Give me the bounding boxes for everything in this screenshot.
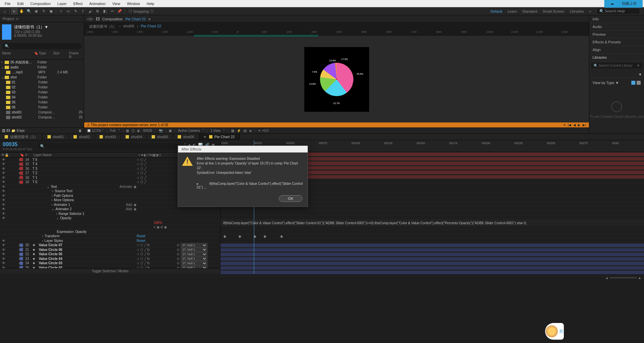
timeline-row[interactable]: 👁›20★ Value Circle 07⊹ ⬡ ╱ fx⊙ 27. Null … [0,243,220,248]
timeline-tab[interactable]: shot02 [69,134,95,140]
error-next-icon[interactable]: ▶ [578,123,581,127]
grid-view-icon[interactable] [631,81,635,85]
project-item[interactable]: shot01Composi…25 [0,110,84,115]
pen-tool-icon[interactable]: ✎ [72,8,79,15]
roto-tool-icon[interactable]: ✂ [109,8,116,15]
timeline-row[interactable]: 👁›24★ Value Circle 03⊹ ⬡ ╱ fx⊙ 27. Null … [0,261,220,266]
timeline-tab[interactable]: shot05 [147,134,173,140]
anchor-tool-icon[interactable]: ⊹ [57,8,64,15]
project-item[interactable]: ›06Folder [0,105,84,110]
workspace-default[interactable]: Default [491,9,502,13]
timeline-row[interactable]: ›TransformReset [0,234,220,239]
menu-layer[interactable]: Layer [54,1,70,7]
crumb-current[interactable]: Pie Chart 22 [141,24,161,29]
panel-align[interactable]: Align [589,46,644,54]
timeline-row[interactable]: 👁›25★ Value Circle 02⊹ ⬡ ╱ fx⊙ 27. Null … [0,266,220,268]
clone-tool-icon[interactable]: ⧉ [94,8,101,15]
workspace-learn[interactable]: Learn [507,9,517,13]
menu-edit[interactable]: Edit [14,1,27,7]
comp-tab-name[interactable]: Pie Chart 22 [125,17,146,21]
zoom-dropdown[interactable]: 🔲 12.5% ˅ [87,129,104,132]
project-item[interactable]: ›05Folder [0,100,84,105]
timeline-tab[interactable]: shot01 [43,134,69,140]
timeline-row[interactable]: 👁›21★ Value Circle 06⊹ ⬡ ╱ fx⊙ 27. Null … [0,248,220,252]
resolution-dropdown[interactable]: Full [110,129,116,132]
eraser-tool-icon[interactable]: ◧ [102,8,108,15]
menu-animation[interactable]: Animation [86,1,109,7]
project-item[interactable]: ›02Folder [0,85,84,90]
workspace-smallscreen[interactable]: Small Screen [542,9,564,13]
new-comp-icon[interactable]: 🎞 [7,129,10,132]
timeline-tab[interactable]: × Pie Chart 22 [199,134,240,140]
camera-tool-icon[interactable]: ▣ [48,8,54,15]
menu-file[interactable]: File [1,1,14,7]
fast-preview-icon[interactable]: ⚡ [237,129,241,132]
search-help-input[interactable]: 🔍 Search Help [597,8,640,14]
menu-composition[interactable]: Composition [27,1,54,7]
panel-info[interactable]: Info [589,15,644,23]
crumb-shot[interactable]: shot06 [123,24,134,29]
trash-icon[interactable]: 🗑 [78,129,82,132]
selection-tool-icon[interactable]: ▸ [11,8,18,15]
library-search-input[interactable]: 🔍 Search Current Library ▼ [591,63,642,68]
workspace-menu-icon[interactable]: » [589,9,591,13]
sync-upload-badge[interactable]: ☁ 拍摄上传 [604,0,643,8]
camera-dropdown[interactable]: Active Camera [178,129,200,132]
interpret-icon[interactable]: 🖼 [2,129,5,132]
rotate-tool-icon[interactable]: ↻ [40,8,47,15]
zoom-out-icon[interactable]: ▲ [605,276,609,280]
project-search-input[interactable]: 🔍 [2,43,82,49]
error-prev-icon[interactable]: ◀ [573,123,576,127]
timeline-row[interactable]: 100% [0,221,220,225]
timeline-tab[interactable]: shot04 [121,134,147,140]
col-type[interactable]: 🔖 Type [34,51,53,59]
rect-tool-icon[interactable]: ▭ [65,8,71,15]
pixel-aspect-icon[interactable]: ▦ [231,129,234,132]
col-name[interactable]: Name [2,51,34,59]
panel-audio[interactable]: Audio [589,23,644,31]
timeline-row[interactable]: ≡ ◉ ⊘ ◉ [0,225,220,230]
menu-effect[interactable]: Effect [70,1,86,7]
col-size[interactable]: Size [53,51,69,59]
guides-icon[interactable]: ◫ [132,129,135,132]
zoom-tool-icon[interactable]: 🔍 [26,8,32,15]
project-tab[interactable]: Project [3,17,14,21]
timeline-search-input[interactable]: 🔍 [37,143,179,149]
timeline-current-time[interactable]: 00035 [3,141,32,147]
project-item[interactable]: ….mp3MP32.4 MB [0,70,84,75]
brush-tool-icon[interactable]: 🖌 [87,8,94,15]
workspace-libraries[interactable]: Libraries [570,9,584,13]
timeline-row[interactable]: 👁›22★ Value Circle 05⊹ ⬡ ╱ fx⊙ 27. Null … [0,252,220,257]
timeline-toggle-icon[interactable]: ▤ [244,129,247,132]
crumb-root[interactable]: 读懂招股书（1） [89,24,117,29]
timeline-row[interactable]: 👁⌄Opacity [0,216,220,221]
panel-preview[interactable]: Preview [589,31,644,38]
project-item[interactable]: ›05-风险因素…Folder [0,60,84,65]
flowchart-icon[interactable]: ◈ [249,129,252,132]
time-display[interactable]: 00035 [143,129,152,132]
col-frame[interactable]: Frame R [69,51,82,59]
puppet-tool-icon[interactable]: 📌 [116,8,123,15]
timeline-row[interactable]: 👁›Layer StylesReset [0,239,220,243]
panel-history-icon[interactable]: ◁ ▷ [87,17,93,21]
toggle-switches-button[interactable]: Toggle Switches / Modes [92,269,129,273]
new-folder-icon[interactable]: 📁 [11,129,15,132]
channel-icon[interactable]: ▣ [169,129,172,132]
menu-view[interactable]: View [109,1,124,7]
workspace-standard[interactable]: Standard [522,9,537,13]
timeline-tab[interactable]: shot06 [173,134,199,140]
menu-window[interactable]: Window [124,1,143,7]
timeline-tab[interactable]: shot03 [95,134,121,140]
zoom-in-icon[interactable]: ▲ [638,276,641,280]
col-layername[interactable]: Layer Name [32,153,137,157]
ok-button[interactable]: OK [279,195,302,202]
project-item[interactable]: ›04Folder [0,95,84,100]
timeline-row[interactable]: 👁⌄Animator 2Add: ◉ [0,207,220,212]
grid-icon[interactable]: ▦ [126,129,129,132]
timeline-zoom-slider[interactable] [610,277,637,278]
project-item[interactable]: ⌄shotFolder [0,75,84,80]
project-item[interactable]: shot02Composi…25 [0,115,84,120]
hand-tool-icon[interactable]: ✋ [18,8,25,15]
text-tool-icon[interactable]: T [79,8,86,15]
composition-canvas[interactable]: 39.6% 22.7% 14.8% 7.9% 13.4% 17.5% [84,36,589,122]
